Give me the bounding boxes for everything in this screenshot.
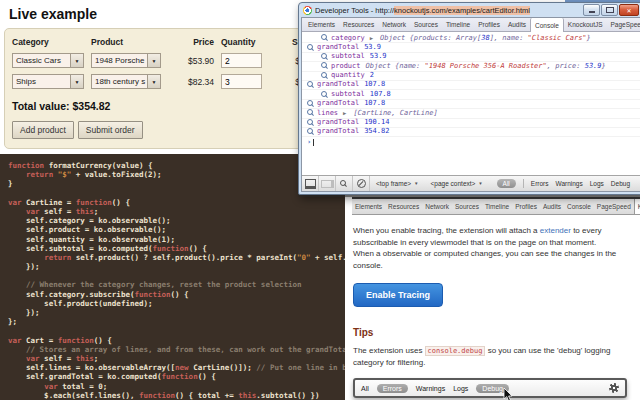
code-line: var self = this; [8, 207, 345, 216]
log-label: subtotal [331, 90, 365, 99]
code-line [8, 326, 345, 335]
trace-magnifier-icon[interactable] [306, 81, 314, 89]
tab-knockoutjs[interactable]: KnockoutJS [564, 18, 607, 31]
trace-magnifier-icon[interactable] [320, 62, 328, 70]
tab-sources[interactable]: Sources [410, 18, 442, 31]
filter-all[interactable]: All [497, 179, 516, 188]
image-filter-warnings: Warnings [416, 385, 445, 392]
tips-paragraph: The extension uses console.debug so you … [353, 345, 632, 369]
extender-link[interactable]: extender [540, 226, 571, 235]
code-line: self.category.subscribe(function() { [8, 290, 345, 299]
expand-triangle-icon[interactable]: ▶ [343, 109, 346, 118]
category-select-value: Classic Cars [13, 54, 70, 67]
trace-magnifier-icon[interactable] [306, 128, 314, 136]
close-button[interactable]: ✕ [619, 4, 639, 16]
devtools-titlebar[interactable]: Developer Tools - http://knockoutjs.com/… [301, 3, 640, 17]
code-line [8, 189, 345, 198]
maximize-button[interactable] [601, 4, 618, 16]
window-controls: ✕ [583, 4, 639, 16]
dropdown-arrow-icon[interactable]: ▼ [70, 54, 83, 67]
code-editor[interactable]: function formatCurrency(value) { return … [0, 154, 345, 400]
trace-magnifier-icon[interactable] [320, 53, 328, 61]
console-paragraph: When a observable or computed changes, y… [353, 248, 632, 271]
enable-tracing-button[interactable]: Enable Tracing [353, 283, 443, 307]
undock-button[interactable] [319, 176, 336, 191]
maximize-icon [606, 7, 614, 13]
clear-console-button[interactable] [353, 176, 370, 191]
chevron-down-icon: ▼ [414, 181, 418, 186]
dock-icon [305, 179, 316, 189]
submit-order-button[interactable]: Submit order [78, 121, 143, 139]
dropdown-arrow-icon[interactable]: ▼ [147, 54, 160, 67]
quantity-input[interactable] [221, 53, 262, 68]
cart-table: CategoryProductPriceQuantitySubtotalClas… [12, 37, 332, 89]
category-select[interactable]: Classic Cars▼ [12, 53, 84, 68]
docs-content: ElementsResourcesNetworkSourcesTimelineP… [352, 197, 640, 400]
log-label: category [331, 34, 365, 43]
product-select[interactable]: 18th century s▼ [91, 74, 161, 89]
frame-selector[interactable]: <top frame>▼ [370, 180, 425, 187]
filter-logs[interactable]: Logs [590, 180, 604, 187]
log-value: 354.82 [364, 127, 389, 136]
tab-audits[interactable]: Audits [504, 18, 530, 31]
frame-selector-value: <top frame> [376, 180, 411, 187]
tab-profiles[interactable]: Profiles [474, 18, 504, 31]
trace-magnifier-icon[interactable] [320, 34, 328, 42]
tab-timeline[interactable]: Timeline [442, 18, 474, 31]
title-url-highlight: knockoutjs.com/examples/cartEditor.html [394, 6, 530, 15]
log-label: grandTotal [317, 80, 359, 89]
log-value: 190.14 [364, 118, 389, 127]
column-header-quantity: Quantity [221, 37, 261, 47]
log-label: lines [317, 109, 338, 118]
tab-pagespeed[interactable]: PageSpeed [607, 18, 640, 31]
code-line: var total = 0; [8, 382, 345, 391]
image-tab-sources: Sources [452, 199, 482, 214]
trace-magnifier-icon[interactable] [306, 44, 314, 52]
left-panel: Live example CategoryProductPriceQuantit… [0, 0, 345, 400]
log-value: Object {name: "1948 Porsche 356-A Roadst… [366, 62, 606, 71]
filter-warnings[interactable]: Warnings [556, 180, 583, 187]
code-line: self.product(undefined); [8, 299, 345, 308]
log-value: 53.9 [370, 52, 387, 61]
trace-magnifier-icon[interactable] [320, 91, 328, 99]
filter-errors[interactable]: Errors [531, 180, 549, 187]
product-select[interactable]: 1948 Porsche▼ [91, 53, 161, 68]
inspect-element-button[interactable] [336, 176, 353, 191]
trace-magnifier-icon[interactable] [320, 72, 328, 80]
tab-console[interactable]: Console [530, 18, 564, 32]
trace-magnifier-icon[interactable] [306, 100, 314, 108]
devtools-console[interactable]: category▶Object {products: Array[38], na… [302, 32, 640, 175]
code-line: // Whenever the category changes, reset … [8, 280, 345, 289]
tab-elements[interactable]: Elements [304, 18, 339, 31]
code-line: self.product = ko.observable(); [8, 225, 345, 234]
log-value: 2 [370, 71, 374, 80]
console-prompt[interactable]: › [302, 137, 640, 147]
image-tab-audits: Audits [540, 199, 564, 214]
dock-to-window-button[interactable] [302, 176, 319, 191]
trace-magnifier-icon[interactable] [306, 119, 314, 127]
tab-resources[interactable]: Resources [339, 18, 378, 31]
dropdown-arrow-icon[interactable]: ▼ [147, 75, 160, 88]
expand-triangle-icon[interactable]: ▶ [370, 34, 373, 43]
code-line: }); [8, 262, 345, 271]
close-icon: ✕ [626, 7, 631, 14]
code-line: }; [8, 317, 345, 326]
add-product-button[interactable]: Add product [12, 121, 74, 139]
total-amount: $354.82 [73, 100, 111, 112]
trace-magnifier-icon[interactable] [306, 109, 314, 117]
minimize-button[interactable] [583, 4, 600, 16]
context-selector[interactable]: <page context>▼ [425, 180, 489, 187]
paragraph-text: The extension uses [353, 346, 425, 355]
filter-debug[interactable]: Debug [611, 180, 630, 187]
quantity-input[interactable] [221, 74, 262, 89]
page-title: Live example [0, 0, 345, 26]
magnifier-icon [339, 180, 347, 188]
code-line: var self = this; [8, 354, 345, 363]
screen: Live example CategoryProductPriceQuantit… [0, 0, 640, 400]
tab-network[interactable]: Network [378, 18, 410, 31]
dropdown-arrow-icon[interactable]: ▼ [70, 75, 83, 88]
chevron-down-icon: ▼ [478, 181, 482, 186]
image-filter-errors: Errors [377, 384, 408, 393]
console-log-row[interactable]: grandTotal354.82 [302, 128, 640, 137]
category-select[interactable]: Ships▼ [12, 74, 84, 89]
